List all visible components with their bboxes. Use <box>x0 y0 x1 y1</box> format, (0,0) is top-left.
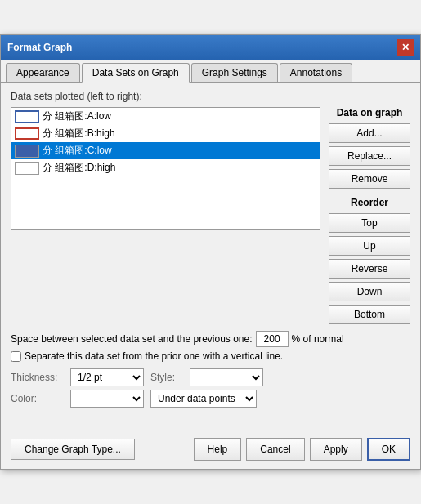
style-label: Style: <box>150 372 183 383</box>
add-button[interactable]: Add... <box>329 123 410 143</box>
footer: Change Graph Type... Help Cancel Apply O… <box>1 433 420 469</box>
down-button[interactable]: Down <box>329 282 410 301</box>
tab-data-sets-on-graph[interactable]: Data Sets on Graph <box>82 63 190 83</box>
color-row: Color: Under data points <box>11 390 410 408</box>
help-button[interactable]: Help <box>194 438 242 461</box>
checkbox-row: Separate this data set from the prior on… <box>11 350 410 362</box>
thickness-label: Thickness: <box>11 372 64 383</box>
style-select[interactable] <box>190 368 263 386</box>
format-graph-window: Format Graph ✕ Appearance Data Sets on G… <box>0 34 421 470</box>
color-select[interactable] <box>70 390 144 408</box>
tab-bar: Appearance Data Sets on Graph Graph Sett… <box>1 60 420 83</box>
remove-button[interactable]: Remove <box>329 169 410 189</box>
item-label: 分 组箱图:D:high <box>43 161 115 175</box>
list-item[interactable]: 分 组箱图:D:high <box>11 159 320 176</box>
item-label: 分 组箱图:B:high <box>43 127 115 140</box>
data-list[interactable]: 分 组箱图:A:low 分 组箱图:B:high 分 组箱图:C:low 分 组… <box>11 107 320 230</box>
tab-graph-settings[interactable]: Graph Settings <box>191 63 278 82</box>
title-bar: Format Graph ✕ <box>1 35 420 60</box>
checkbox-label: Separate this data set from the prior on… <box>25 350 283 362</box>
tab-appearance[interactable]: Appearance <box>6 63 80 82</box>
top-button[interactable]: Top <box>329 213 410 233</box>
color-swatch-blue <box>15 110 39 123</box>
up-button[interactable]: Up <box>329 236 410 256</box>
color-label: Color: <box>11 393 64 404</box>
vertical-line-checkbox[interactable] <box>11 351 21 362</box>
cancel-button[interactable]: Cancel <box>246 438 304 461</box>
list-item[interactable]: 分 组箱图:A:low <box>11 108 320 125</box>
list-item[interactable]: 分 组箱图:B:high <box>11 125 320 142</box>
reorder-label: Reorder <box>329 197 410 208</box>
thickness-row: Thickness: 1/2 pt Style: <box>11 368 410 386</box>
right-panel: Data on graph Add... Replace... Remove R… <box>329 107 410 324</box>
space-prefix: Space between selected data set and the … <box>11 333 253 345</box>
bottom-button[interactable]: Bottom <box>329 305 410 324</box>
window-title: Format Graph <box>7 42 72 53</box>
reverse-button[interactable]: Reverse <box>329 259 410 279</box>
data-on-graph-label: Data on graph <box>329 107 410 118</box>
footer-right-buttons: Help Cancel Apply OK <box>194 438 410 461</box>
thickness-select[interactable]: 1/2 pt <box>70 368 144 386</box>
change-graph-type-button[interactable]: Change Graph Type... <box>11 439 135 460</box>
data-sets-label: Data sets plotted (left to right): <box>11 91 410 102</box>
space-input[interactable] <box>256 331 289 347</box>
item-label: 分 组箱图:A:low <box>43 109 111 123</box>
apply-button[interactable]: Apply <box>310 438 362 461</box>
item-label: 分 组箱图:C:low <box>43 144 112 158</box>
ok-button[interactable]: OK <box>367 438 410 461</box>
area-select[interactable]: Under data points <box>150 390 257 408</box>
main-area: 分 组箱图:A:low 分 组箱图:B:high 分 组箱图:C:low 分 组… <box>11 107 410 324</box>
replace-button[interactable]: Replace... <box>329 146 410 166</box>
space-row: Space between selected data set and the … <box>11 331 410 347</box>
tab-annotations[interactable]: Annotations <box>280 63 352 82</box>
close-button[interactable]: ✕ <box>397 39 414 56</box>
list-item-selected[interactable]: 分 组箱图:C:low <box>11 142 320 159</box>
color-swatch-white <box>15 162 39 175</box>
footer-separator <box>1 426 420 426</box>
color-swatch-selected <box>15 145 39 158</box>
color-swatch-red <box>15 127 39 140</box>
tab-content: Data sets plotted (left to right): 分 组箱图… <box>1 83 420 419</box>
space-suffix: % of normal <box>292 333 344 345</box>
